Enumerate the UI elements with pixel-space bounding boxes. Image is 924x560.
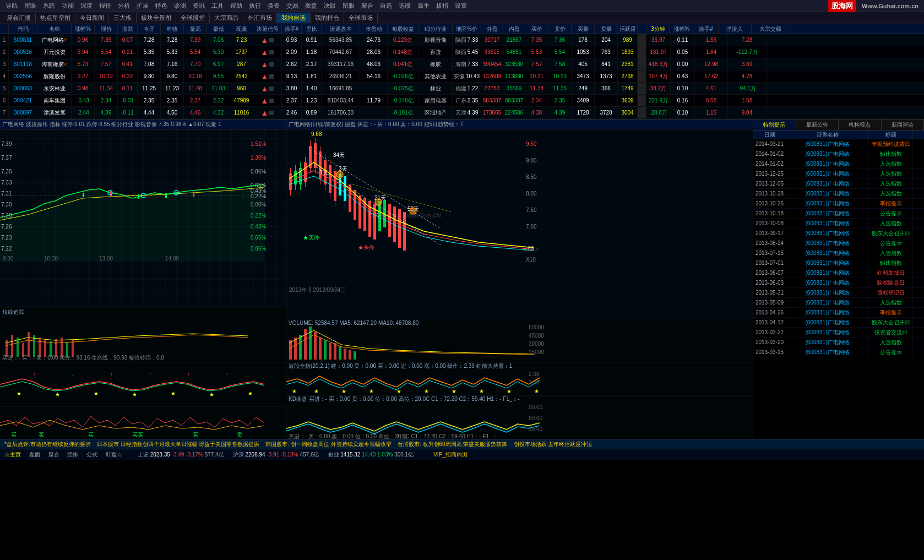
rt-table-row[interactable]: 2013-05-31 (600831)广电网络 股权登记日	[753, 288, 924, 298]
nav-item-7[interactable]: 扩展	[133, 2, 152, 10]
cell-price: 7.57	[95, 58, 118, 70]
rt-table-row[interactable]: 2013-05-09 (600831)广电网络 入选指数	[753, 298, 924, 308]
nav-item-11[interactable]: 工具	[208, 2, 227, 10]
nav-item-21[interactable]: 选股	[395, 2, 414, 10]
nav-item-17[interactable]: 决眼	[320, 2, 339, 10]
cell-active: 2768	[618, 70, 638, 82]
rt-table-row[interactable]: 2013-10-18 (600831)广电网络 公告提示	[753, 209, 924, 219]
tab-myselect[interactable]: 我的自选	[277, 13, 311, 23]
rt-table-row[interactable]: 2013-09-17 (600831)广电网络 股东大会召开日	[753, 229, 924, 238]
rt-table-row[interactable]: 2014-01-02 (600831)广电网络 入选指数	[753, 159, 924, 169]
cell-mktact	[360, 107, 388, 118]
cell-hand: 0.93	[282, 34, 302, 46]
col-signal: 决策信号	[253, 24, 282, 34]
nav-item-14[interactable]: 换资	[264, 2, 283, 10]
rt-label: 触比指数	[869, 149, 913, 159]
nav-item-1[interactable]: 留眼	[21, 2, 40, 10]
rt-table-row[interactable]: 2013-07-15 (600831)广电网络 入选指数	[753, 248, 924, 258]
rt-table-row[interactable]: 2013-06-07 (600831)广电网络 红利发放日	[753, 268, 924, 278]
chart-section: 广电网络 波段操作 指标 涨停:9.01 跌停:6.55 细分行业:影视音像 7…	[0, 119, 924, 439]
table-row[interactable]: 5 000663 永安林业 0.98 11.34 0.11 11.25 11.2…	[0, 83, 924, 95]
tab-newscomment[interactable]: 新闻评论	[882, 119, 925, 130]
link-main[interactable]: ☆主页 盘面 聚合 经排 公式 盯盘☆	[4, 451, 129, 459]
nav-item-5[interactable]: 报价	[96, 2, 115, 10]
rt-table-row[interactable]: 2013-08-24 (600831)广电网络 公告提示	[753, 238, 924, 248]
nav-item-3[interactable]: 功能	[58, 2, 77, 10]
cell-price: 4.39	[95, 107, 118, 118]
left-main-chart[interactable]: 1.51% 1.30% 0.86% 0.65% 0.43% 0.22% 0.00…	[0, 129, 286, 307]
rt-table-row[interactable]: 2013-10-28 (600831)广电网络 入选指数	[753, 189, 924, 199]
nav-item-2[interactable]: 系统	[40, 2, 58, 10]
tab-forex[interactable]: 外汇市场	[243, 13, 277, 23]
tab-myhold[interactable]: 我的持仓	[311, 13, 344, 23]
table-row[interactable]: 2 000516 开元投资 3.94 5.54 0.21 5.35 5.33 5…	[0, 46, 924, 58]
rt-table-row[interactable]: 2013-03-27 (600831)广电网络 投资者交流日	[753, 328, 924, 338]
index-chuangye: 创业 1415.32 14.40 1.03% 300.1亿	[328, 451, 414, 459]
cell-name: 开元投资	[37, 46, 72, 58]
nav-item-23[interactable]: 板指	[433, 2, 452, 10]
cell-buyvol: 178	[572, 34, 595, 46]
rt-table-row[interactable]: 2013-07-01 (600831)广电网络 触比指数	[753, 258, 924, 268]
nav-item-22[interactable]: 高手	[414, 2, 433, 10]
nav-item-9[interactable]: 诊测	[171, 2, 189, 10]
tab-announcement[interactable]: 最新公告	[796, 119, 839, 130]
nav-item-24[interactable]: 设置	[452, 2, 470, 10]
rt-table-row[interactable]: 2013-12-05 (600831)广电网络 入选指数	[753, 179, 924, 189]
middle-candle-chart[interactable]: 9.68	[286, 129, 753, 318]
tab-morning[interactable]: 晨会汇播	[2, 13, 36, 23]
rt-table-row[interactable]: 2014-03-21 (600831)广电网络 年报预约披露日	[753, 139, 924, 149]
tab-commodity[interactable]: 大宗商品	[210, 13, 243, 23]
cell-earn: 0.148亿	[388, 46, 418, 58]
nav-item-10[interactable]: 资讯	[189, 2, 208, 10]
tab-global-index[interactable]: 全球股指	[176, 13, 210, 23]
svg-text:0.65%: 0.65%	[251, 235, 266, 241]
cell-earn: 0.041亿	[388, 58, 418, 70]
col-region: 地区%价	[453, 24, 481, 34]
nav-item-15[interactable]: 交易	[283, 2, 302, 10]
table-row[interactable]: 3 601118 海南橡胶R 5.73 7.57 0.41 7.08 7.16 …	[0, 58, 924, 70]
nav-item-0[interactable]: 导航	[2, 2, 21, 10]
rt-table-row[interactable]: 2014-01-02 (600831)广电网络 触比指数	[753, 149, 924, 159]
cell-ratio: 1.40	[302, 83, 322, 94]
col-header: 代码 名称 涨幅% 现价 涨跌 今开 昨收 最高 最低 现量 决策信号 操手# …	[0, 24, 924, 34]
rt-table-row[interactable]: 2013-03-15 (600831)广电网络 公告提示	[753, 347, 924, 357]
rt-date: 2013-07-01	[753, 258, 786, 268]
nav-item-19[interactable]: 聚合	[358, 2, 377, 10]
nav-item-13[interactable]: 执行	[246, 2, 264, 10]
cell-sell: 4.39	[548, 107, 572, 118]
tab-news[interactable]: 今日新闻	[75, 13, 109, 23]
tab-institution[interactable]: 机构视点	[839, 119, 882, 130]
table-row[interactable]: 1 600831 广电网络R 0.96 7.35 0.07 7.28 7.28 …	[0, 34, 924, 46]
vip-link[interactable]: VIP_招商内测	[433, 451, 468, 459]
cell-buy: 10.11	[525, 70, 548, 82]
rt-table-row[interactable]: 2013-06-03 (600831)广电网络 除权除息日	[753, 278, 924, 288]
rt-stockname: (600831)广电网络	[786, 209, 869, 218]
nav-item-20[interactable]: 自选	[377, 2, 395, 10]
rt-table-row[interactable]: 2013-10-08 (600831)广电网络 入选指数	[753, 219, 924, 229]
tab-blockmap[interactable]: 板块全景图	[137, 13, 176, 23]
rt-table-row[interactable]: 2013-10-26 (600831)广电网络 季报提示	[753, 199, 924, 209]
tab-3big[interactable]: 三大板	[109, 13, 137, 23]
nav-item-18[interactable]: 留眼	[339, 2, 358, 10]
tab-globalmarket[interactable]: 全球市场	[344, 13, 378, 23]
table-row[interactable]: 6 000421 南车集团 -0.43 2.34 -0.01 2.35 2.35…	[0, 95, 924, 107]
tab-special[interactable]: 特别提示	[753, 119, 796, 130]
nav-item-16[interactable]: 揿盘	[302, 2, 320, 10]
cell-rownum: 7	[0, 107, 9, 118]
table-row[interactable]: 4 002556 辉隆股份 3.27 10.12 0.32 9.80 9.80 …	[0, 70, 924, 83]
nav-item-4[interactable]: 深度	[77, 2, 96, 10]
cell-industry: 家用电器	[418, 95, 453, 106]
rt-table-row[interactable]: 2013-04-26 (600831)广电网络 季报提示	[753, 308, 924, 318]
rt-table-row[interactable]: 2013-03-20 (600831)广电网络 入选指数	[753, 338, 924, 347]
cell-changepct3: 131.97	[646, 46, 671, 58]
nav-item-12[interactable]: 帮助	[227, 2, 246, 10]
rt-table-row[interactable]: 2013-12-25 (600831)广电网络 入选指数	[753, 169, 924, 179]
tab-hotspot[interactable]: 热点星空图	[36, 13, 75, 23]
nav-item-8[interactable]: 特色	[152, 2, 171, 10]
rt-table-row[interactable]: 2013-04-12 (600831)广电网络 股东大会召开日	[753, 318, 924, 328]
cell-high: 7.39	[184, 34, 207, 46]
svg-text:买: 买	[39, 432, 44, 438]
table-row[interactable]: 7 000897 津滨发展 -2.44 4.39 -0.11 4.44 4.50…	[0, 107, 924, 119]
svg-rect-31	[138, 194, 139, 199]
nav-item-6[interactable]: 分析	[115, 2, 133, 10]
